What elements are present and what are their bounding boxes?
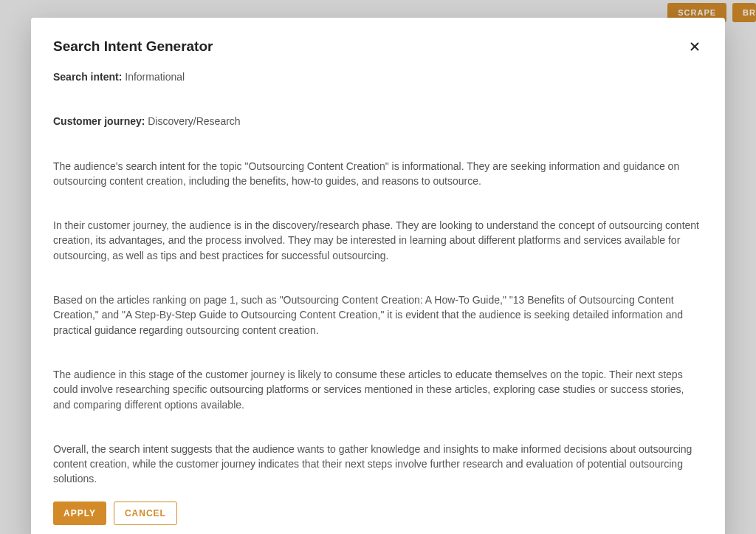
close-icon bbox=[688, 40, 701, 53]
modal-content: Search intent: Informational Customer jo… bbox=[53, 69, 703, 487]
customer-journey-value: Discovery/Research bbox=[148, 115, 240, 127]
modal-overlay[interactable]: Search Intent Generator Search intent: I… bbox=[0, 0, 756, 534]
search-intent-modal: Search Intent Generator Search intent: I… bbox=[31, 18, 725, 534]
modal-header: Search Intent Generator bbox=[53, 38, 703, 55]
close-button[interactable] bbox=[687, 38, 703, 55]
search-intent-value: Informational bbox=[125, 71, 185, 83]
modal-footer: APPLY CANCEL bbox=[53, 502, 703, 525]
modal-title: Search Intent Generator bbox=[53, 38, 213, 55]
customer-journey-line: Customer journey: Discovery/Research bbox=[53, 114, 703, 129]
cancel-button[interactable]: CANCEL bbox=[114, 502, 177, 525]
paragraph-1: The audience's search intent for the top… bbox=[53, 159, 703, 189]
apply-button[interactable]: APPLY bbox=[53, 502, 106, 525]
paragraph-3: Based on the articles ranking on page 1,… bbox=[53, 292, 703, 338]
search-intent-line: Search intent: Informational bbox=[53, 69, 703, 84]
paragraph-4: The audience in this stage of the custom… bbox=[53, 367, 703, 412]
search-intent-label: Search intent: bbox=[53, 71, 122, 83]
customer-journey-label: Customer journey: bbox=[53, 115, 145, 127]
paragraph-2: In their customer journey, the audience … bbox=[53, 218, 703, 263]
paragraph-5: Overall, the search intent suggests that… bbox=[53, 442, 703, 487]
